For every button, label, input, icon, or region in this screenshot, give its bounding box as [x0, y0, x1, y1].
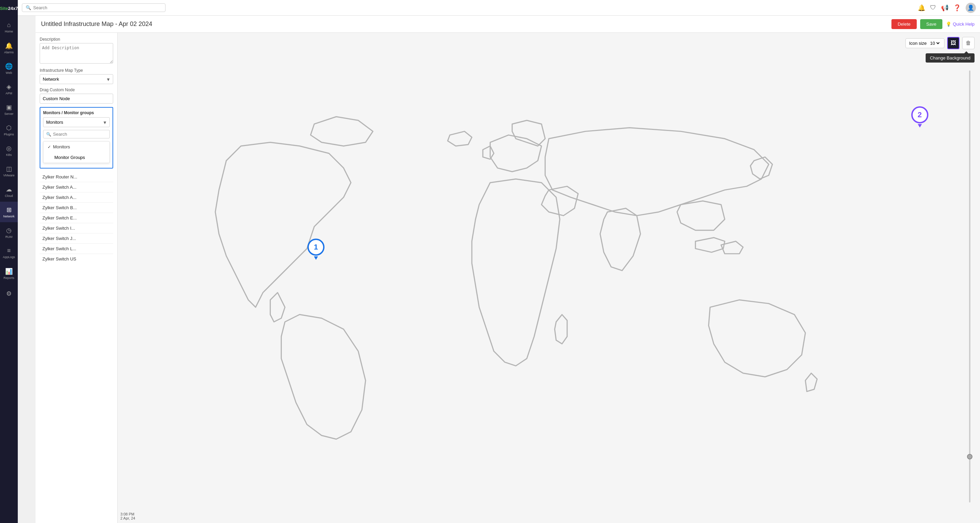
nav-item-settings[interactable]: ⚙ [0, 284, 18, 304]
monitor-list-item[interactable]: Zylker Switch A... [40, 192, 113, 203]
lightbulb-icon: 💡 [946, 22, 951, 27]
nav-item-network[interactable]: ⊞Network [0, 202, 18, 222]
cloud-label: Cloud [5, 194, 13, 197]
server-label: Server [5, 112, 14, 116]
quick-help-link[interactable]: 💡 Quick Help [946, 22, 975, 27]
monitor-list-item[interactable]: Zylker Switch B... [40, 203, 113, 213]
nav-item-web[interactable]: 🌐Web [0, 58, 18, 79]
home-icon: ⌂ [7, 22, 11, 29]
nav-item-kbs[interactable]: ◎KBs [0, 140, 18, 161]
pin-1-circle: 1 [307, 238, 325, 256]
monitor-list-item[interactable]: Zylker Router N... [40, 172, 113, 182]
left-nav: Site24x7 ⌂Home🔔Alarms🌐Web◈APM▣Server⬡Plu… [0, 0, 18, 523]
time-display: 3:08 PM 2 Apr, 24 [120, 512, 135, 520]
shield-icon[interactable]: 🛡 [930, 4, 936, 11]
notification-icon[interactable]: 🔔 [918, 4, 925, 12]
zoom-track [969, 70, 970, 502]
nav-item-home[interactable]: ⌂Home [0, 17, 18, 38]
monitor-list-item[interactable]: Zylker Switch E... [40, 213, 113, 223]
monitor-list-item[interactable]: Zylker Switch L... [40, 244, 113, 254]
delete-button[interactable]: Delete [891, 19, 917, 29]
logo-text: Site24x7 [0, 6, 18, 11]
monitors-option-groups[interactable]: Monitor Groups [43, 152, 110, 163]
description-textarea[interactable] [40, 43, 113, 64]
monitor-list-item[interactable]: Zylker Switch US [40, 254, 113, 264]
description-label: Description [40, 37, 113, 42]
network-label: Network [3, 215, 14, 218]
applogs-icon: ≡ [7, 247, 11, 254]
monitor-list-item[interactable]: Zylker Switch A... [40, 182, 113, 192]
main-wrapper: Untitled Infrastructure Map - Apr 02 202… [35, 16, 980, 523]
map-pin-2[interactable]: 2 [911, 106, 928, 123]
icon-size-label: Icon size [909, 41, 927, 46]
description-section: Description [40, 37, 113, 65]
map-type-section: Infrastructure Map Type NetworkWebServer… [40, 68, 113, 84]
top-bar: 🔍 🔔 🛡 📢 ❓ 👤 [18, 0, 980, 16]
help-icon[interactable]: ❓ [953, 4, 961, 12]
nav-item-apm[interactable]: ◈APM [0, 79, 18, 99]
map-type-select[interactable]: NetworkWebServerCloud [40, 74, 113, 84]
vmware-label: VMware [3, 174, 14, 177]
rum-icon: ◷ [6, 227, 12, 234]
world-map [167, 102, 900, 469]
avatar[interactable]: 👤 [966, 3, 976, 13]
monitors-option-monitors[interactable]: ✓ Monitors [43, 141, 110, 152]
search-icon: 🔍 [25, 5, 31, 10]
plugins-label: Plugins [4, 133, 14, 136]
kbs-label: KBs [6, 153, 12, 157]
monitors-dropdown-menu: ✓ Monitors Monitor Groups [43, 141, 110, 163]
nav-item-alarms[interactable]: 🔔Alarms [0, 38, 18, 58]
change-bg-tooltip: Change Background [926, 53, 975, 62]
monitors-dropdown[interactable]: MonitorsMonitor Groups [43, 117, 110, 127]
page-title: Untitled Infrastructure Map - Apr 02 202… [41, 21, 888, 28]
checkmark-icon: ✓ [48, 145, 51, 149]
save-button[interactable]: Save [920, 19, 943, 29]
monitors-option-groups-label: Monitor Groups [54, 155, 85, 160]
sidebar-panel: Description Infrastructure Map Type Netw… [35, 33, 118, 523]
drag-node-label: Drag Custom Node [40, 87, 113, 92]
custom-node-input[interactable] [40, 94, 113, 103]
settings-icon: ⚙ [6, 290, 12, 297]
nav-item-reports[interactable]: 📊Reports [0, 263, 18, 284]
content-area: Description Infrastructure Map Type Netw… [35, 33, 980, 523]
page-header: Untitled Infrastructure Map - Apr 02 202… [35, 16, 980, 33]
search-input[interactable] [33, 5, 162, 10]
network-icon: ⊞ [6, 206, 12, 214]
map-type-select-wrapper: NetworkWebServerCloud ▼ [40, 74, 113, 84]
applogs-label: AppLogs [3, 255, 15, 259]
apm-label: APM [5, 92, 12, 95]
icon-size-select[interactable]: 5101520 [929, 40, 941, 46]
monitor-list: Zylker Router N...Zylker Switch A...Zylk… [40, 172, 113, 264]
monitors-search-input[interactable] [53, 132, 107, 137]
monitor-list-item[interactable]: Zylker Switch J... [40, 234, 113, 244]
nav-item-applogs[interactable]: ≡AppLogs [0, 243, 18, 263]
monitors-search-icon: 🔍 [46, 132, 51, 137]
nav-item-plugins[interactable]: ⬡Plugins [0, 120, 18, 140]
nav-item-vmware[interactable]: ◫VMware [0, 161, 18, 181]
web-label: Web [6, 71, 12, 75]
monitor-list-item[interactable]: Zylker Switch I... [40, 223, 113, 234]
monitors-option-monitors-label: Monitors [53, 144, 70, 149]
monitors-label: Monitors / Monitor groups [43, 110, 110, 115]
vmware-icon: ◫ [6, 165, 12, 173]
rum-label: RUM [5, 235, 13, 238]
app-logo[interactable]: Site24x7 [0, 0, 18, 17]
map-type-label: Infrastructure Map Type [40, 68, 113, 73]
alarms-label: Alarms [4, 51, 14, 54]
map-image-button[interactable]: 🖼 [947, 37, 959, 49]
nav-item-rum[interactable]: ◷RUM [0, 222, 18, 243]
megaphone-icon[interactable]: 📢 [941, 4, 948, 12]
map-pin-1[interactable]: 1 [307, 238, 325, 256]
map-controls: Icon size 5101520 🖼 🗑 [905, 37, 975, 49]
web-icon: 🌐 [5, 62, 13, 70]
search-box[interactable]: 🔍 [22, 3, 165, 12]
top-bar-right: 🔔 🛡 📢 ❓ 👤 [918, 3, 976, 13]
zoom-handle[interactable] [967, 454, 972, 459]
map-delete-button[interactable]: 🗑 [962, 37, 975, 49]
nav-item-cloud[interactable]: ☁Cloud [0, 181, 18, 202]
nav-item-server[interactable]: ▣Server [0, 99, 18, 120]
zoom-slider[interactable] [969, 70, 970, 502]
drag-node-section: Drag Custom Node [40, 87, 113, 103]
monitors-section: Monitors / Monitor groups MonitorsMonito… [40, 107, 113, 169]
map-area[interactable]: 1 2 Icon size 5101520 🖼 🗑 [118, 33, 980, 523]
